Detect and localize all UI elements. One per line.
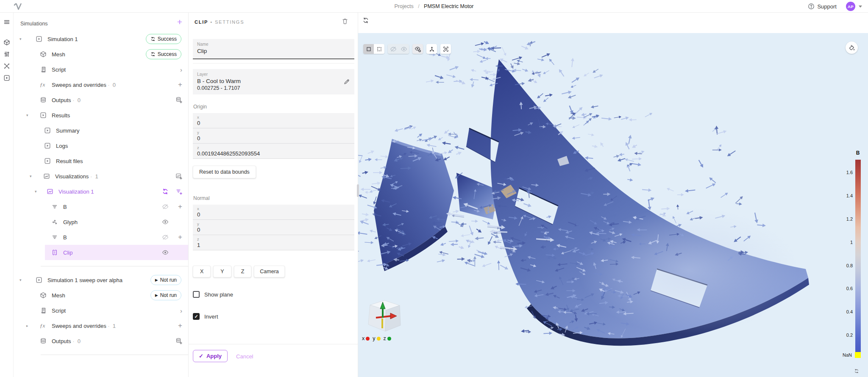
tree-row-sweeps-overrides-2[interactable]: ▸ ƒx Sweeps and overrides1 +	[14, 318, 188, 333]
show-plane-checkbox[interactable]: ✓	[193, 291, 200, 298]
add-output-icon[interactable]	[175, 97, 182, 103]
select-dashed-button[interactable]	[374, 44, 384, 54]
add-visualization-icon[interactable]	[175, 173, 182, 180]
normal-y-field[interactable]: y 0	[193, 220, 354, 235]
add-sweep-button[interactable]: +	[178, 322, 182, 329]
status-badge-not-run[interactable]: ▶Not run	[150, 275, 181, 285]
chevron-down-icon[interactable]: ▾	[26, 113, 28, 117]
edit-layer-button[interactable]	[343, 78, 350, 85]
add-filter-icon[interactable]	[175, 188, 182, 195]
tree-row-results[interactable]: ▾ Results	[14, 108, 188, 123]
name-field-value[interactable]: Clip	[197, 48, 350, 54]
mesh-nav-button[interactable]	[2, 61, 12, 71]
axes-triad-button[interactable]	[426, 44, 437, 54]
menu-button[interactable]	[2, 17, 12, 27]
status-badge-success[interactable]: Success	[146, 34, 181, 44]
tree-row-b-1[interactable]: B +	[14, 199, 188, 214]
chevron-down-icon[interactable]: ▾	[35, 189, 37, 194]
breadcrumb-projects-link[interactable]: Projects	[395, 3, 414, 9]
tree-row-label: Script	[52, 308, 66, 314]
chevron-down-icon[interactable]: ▾	[30, 174, 32, 178]
add-child-filter-button[interactable]: +	[178, 203, 182, 210]
tree-row-script[interactable]: Script ›	[14, 62, 188, 77]
tree-row-result-files[interactable]: Result files	[14, 153, 188, 169]
tree-row-outputs-2[interactable]: Outputs0	[14, 333, 188, 349]
tree-row-simulation-1[interactable]: ▾ Simulation 1 Success	[14, 31, 188, 47]
visibility-settings-button[interactable]	[412, 44, 423, 54]
origin-y-field[interactable]: y 0	[193, 128, 354, 144]
cube-icon	[40, 51, 47, 58]
normal-y-value[interactable]: 0	[197, 227, 350, 233]
tree-row-summary[interactable]: Summary	[14, 123, 188, 138]
setup-nav-button[interactable]	[2, 49, 12, 59]
tree-row-mesh[interactable]: Mesh Success	[14, 47, 188, 62]
normal-x-value[interactable]: 0	[197, 211, 350, 218]
tree-row-clip-selected[interactable]: Clip	[45, 245, 188, 260]
layer-field[interactable]: Layer B - Cool to Warm 0.002725 - 1.7107	[193, 69, 354, 94]
orientation-cube[interactable]	[361, 297, 406, 335]
origin-z-field[interactable]: z 0.0019244862552093554	[193, 144, 354, 159]
chevron-right-icon[interactable]: ›	[180, 66, 182, 73]
visibility-off-icon[interactable]	[162, 234, 169, 241]
normal-z-value[interactable]: 1	[197, 242, 350, 248]
add-simulation-button[interactable]: +	[177, 17, 182, 27]
visibility-on-icon[interactable]	[162, 219, 169, 225]
refresh-viewport-button[interactable]	[362, 17, 369, 24]
tree-row-glyph[interactable]: Glyph	[14, 214, 188, 230]
tree-row-visualization-1[interactable]: ▾ Visualization 1	[14, 184, 188, 199]
recenter-view-button[interactable]	[440, 44, 451, 54]
tree-row-script-2[interactable]: Script ›	[14, 303, 188, 318]
normal-z-field[interactable]: z 1	[193, 235, 354, 250]
normal-x-field[interactable]: x 0	[193, 205, 354, 220]
origin-x-value[interactable]: 0	[197, 120, 350, 126]
tree-row-simulation-sweep[interactable]: ▾ Simulation 1 sweep over alpha ▶Not run	[14, 272, 188, 288]
status-badge-success[interactable]: Success	[146, 49, 181, 59]
normal-camera-button[interactable]: Camera	[254, 266, 284, 277]
name-field[interactable]: Name Clip	[193, 39, 354, 59]
normal-z-button[interactable]: Z	[234, 266, 252, 277]
invert-row[interactable]: ✓ Invert	[193, 313, 354, 320]
invert-checkbox[interactable]: ✓	[193, 313, 200, 320]
support-button[interactable]: Support	[808, 3, 837, 10]
chevron-down-icon[interactable]: ▾	[19, 278, 22, 282]
viewport-3d[interactable]: B 1.61.41.210.80.60.40.2 NaN	[358, 33, 868, 377]
tree-row-sweeps-overrides[interactable]: ƒx Sweeps and overrides0 +	[14, 77, 188, 92]
origin-y-value[interactable]: 0	[197, 135, 350, 141]
origin-z-value[interactable]: 0.0019244862552093554	[197, 150, 350, 157]
tree-row-visualizations[interactable]: ▾ Visualizations1	[14, 169, 188, 184]
visibility-on-icon[interactable]	[162, 249, 169, 256]
add-child-filter-button[interactable]: +	[178, 234, 182, 241]
motor-3d-scene[interactable]	[358, 33, 868, 377]
status-badge-not-run[interactable]: ▶Not run	[150, 290, 181, 300]
panel-resize-handle[interactable]	[357, 184, 359, 197]
geometry-nav-button[interactable]	[2, 37, 12, 47]
add-sweep-button[interactable]: +	[178, 81, 182, 88]
simulation-nav-button[interactable]	[2, 73, 12, 83]
normal-y-button[interactable]: Y	[213, 266, 231, 277]
delete-clip-button[interactable]	[342, 18, 348, 25]
colorbar-reset-button[interactable]	[854, 369, 859, 374]
avatar[interactable]: AP	[846, 2, 855, 11]
colormap-button[interactable]	[846, 42, 858, 54]
play-box-icon	[40, 112, 47, 119]
add-output-icon[interactable]	[175, 338, 182, 344]
account-chevron-down-icon[interactable]	[859, 6, 862, 8]
chevron-down-icon[interactable]: ▾	[19, 37, 22, 41]
chevron-right-icon[interactable]: ›	[180, 307, 182, 314]
visibility-off-icon[interactable]	[162, 203, 169, 210]
origin-x-field[interactable]: x 0	[193, 113, 354, 128]
tree-row-mesh-2[interactable]: Mesh ▶Not run	[14, 288, 188, 303]
app-logo-icon[interactable]	[13, 1, 23, 11]
normal-x-button[interactable]: X	[193, 266, 211, 277]
show-plane-row[interactable]: ✓ Show plane	[193, 291, 354, 298]
colorbar[interactable]	[855, 160, 861, 358]
tree-row-outputs[interactable]: Outputs0	[14, 92, 188, 108]
tree-row-logs[interactable]: Logs	[14, 138, 188, 153]
chevron-right-icon[interactable]: ▸	[26, 324, 28, 328]
refresh-visualization-icon[interactable]	[162, 188, 169, 195]
cancel-button[interactable]: Cancel	[236, 350, 253, 360]
select-solid-button[interactable]	[363, 44, 374, 54]
apply-button[interactable]: ✓Apply	[193, 350, 228, 362]
reset-to-data-bounds-button[interactable]: Reset to data bounds	[193, 166, 256, 178]
tree-row-b-2[interactable]: B +	[14, 230, 188, 245]
